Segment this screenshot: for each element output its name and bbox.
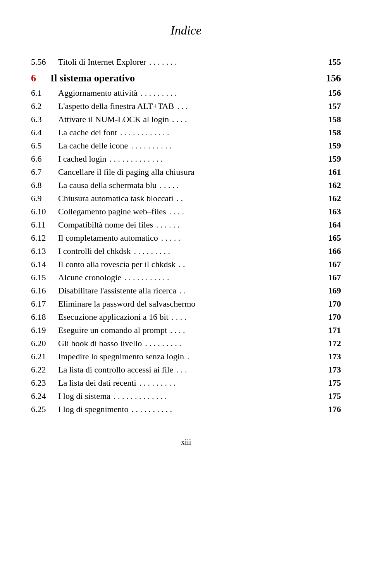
section-number: 6.4 (31, 128, 58, 138)
section-dots: . . . . . . . . . . . . . (112, 391, 326, 401)
section-label: I log di sistema (58, 391, 110, 401)
toc-row-entry-613: 6.13I controlli del chkdsk. . . . . . . … (31, 246, 341, 256)
page-footer: xiii (31, 438, 341, 447)
section-dots: . . . . . . . . . . (129, 141, 326, 151)
section-label: L'aspetto della finestra ALT+TAB (58, 101, 174, 111)
section-label: La lista di controllo accessi ai file (58, 365, 173, 375)
section-label: Chiusura automatica task bloccati (58, 193, 174, 203)
section-dots: . . . (176, 101, 326, 111)
section-label: La causa della schermata blu (58, 180, 157, 190)
chapter-label: Il sistema operativo (50, 72, 322, 84)
section-dots: . . . . . (160, 233, 326, 243)
section-number: 6.22 (31, 365, 58, 375)
section-number: 6.18 (31, 312, 58, 322)
section-dots: . . . . . . . . . (143, 338, 326, 348)
toc-row-entry-614: 6.14Il conto alla rovescia per il chkdsk… (31, 259, 341, 269)
section-label: Aggiornamento attività (58, 88, 138, 98)
section-page: 163 (326, 207, 341, 217)
section-label: Esecuzione applicazioni a 16 bit (58, 312, 169, 322)
section-number: 6.14 (31, 259, 58, 269)
toc-row-entry-612: 6.12Il completamento automatico. . . . .… (31, 233, 341, 243)
toc-row-entry-624: 6.24I log di sistema. . . . . . . . . . … (31, 391, 341, 401)
toc-row-entry-622: 6.22La lista di controllo accessi ai fil… (31, 365, 341, 375)
section-label: Il conto alla rovescia per il chkdsk (58, 259, 176, 269)
section-dots: . . . . (170, 114, 326, 124)
section-number: 6.1 (31, 88, 58, 98)
section-number: 6.24 (31, 391, 58, 401)
toc-row-entry-66: 6.6I cached login. . . . . . . . . . . .… (31, 154, 341, 164)
toc-row-entry-556: 5.56Titoli di Internet Explorer. . . . .… (31, 57, 341, 67)
section-number: 6.21 (31, 352, 58, 362)
toc-row-entry-621: 6.21Impedire lo spegnimento senza login.… (31, 352, 341, 362)
chapter-page: 156 (322, 72, 341, 84)
section-page: 159 (326, 141, 341, 151)
toc-row-entry-619: 6.19Eseguire un comando al prompt. . . .… (31, 325, 341, 335)
toc-row-entry-617: 6.17Eliminare la password del salvascher… (31, 299, 341, 309)
toc-row-entry-625: 6.25I log di spegnimento. . . . . . . . … (31, 404, 341, 414)
section-label: La lista dei dati recenti (58, 378, 136, 388)
section-label: Gli hook di basso livello (58, 338, 142, 348)
toc-row-entry-615: 6.15Alcune cronologie. . . . . . . . . .… (31, 272, 341, 283)
section-label: Cancellare il file di paging alla chiusu… (58, 167, 195, 177)
section-page: 169 (326, 286, 341, 296)
section-dots: . . . . . . . . . (133, 246, 326, 256)
section-number: 6.5 (31, 141, 58, 151)
toc-row-entry-68: 6.8La causa della schermata blu. . . . .… (31, 180, 341, 190)
section-page: 175 (326, 378, 341, 388)
section-number: 6.12 (31, 233, 58, 243)
section-dots: . . . (175, 365, 326, 375)
section-number: 6.11 (31, 220, 58, 230)
section-label: La cache delle icone (58, 141, 128, 151)
toc-row-entry-611: 6.11Compatibiltà nome dei files. . . . .… (31, 220, 341, 230)
section-page: 172 (326, 338, 341, 348)
section-number: 6.23 (31, 378, 58, 388)
section-number: 6.8 (31, 180, 58, 190)
section-number: 5.56 (31, 57, 58, 67)
section-label: Titoli di Internet Explorer (58, 57, 146, 67)
section-page: 165 (326, 233, 341, 243)
section-page: 161 (326, 167, 341, 177)
section-page: 171 (326, 325, 341, 335)
toc-row-entry-63: 6.3Attivare il NUM-LOCK al login. . . .1… (31, 114, 341, 124)
section-number: 6.9 (31, 193, 58, 203)
section-page: 173 (326, 352, 341, 362)
section-label: La cache dei font (58, 128, 117, 138)
toc-row-entry-67: 6.7Cancellare il file di paging alla chi… (31, 167, 341, 177)
section-label: Compatibiltà nome dei files (58, 220, 153, 230)
section-label: Impedire lo spegnimento senza login (58, 352, 184, 362)
section-number: 6.3 (31, 114, 58, 124)
section-label: Il completamento automatico (58, 233, 158, 243)
section-number: 6.20 (31, 338, 58, 348)
section-number: 6.6 (31, 154, 58, 164)
section-label: Collegamento pagine web–files (58, 207, 166, 217)
section-dots: . . . . (169, 325, 326, 335)
section-page: 175 (326, 391, 341, 401)
section-dots: . . . . (170, 312, 326, 322)
section-number: 6.10 (31, 207, 58, 217)
section-number: 6.15 (31, 272, 58, 283)
section-dots: . . . . . . . . . . (130, 404, 326, 414)
section-page: 170 (326, 312, 341, 322)
toc-row-entry-623: 6.23La lista dei dati recenti. . . . . .… (31, 378, 341, 388)
section-page: 170 (326, 299, 341, 309)
toc-row-entry-ch6: 6Il sistema operativo156 (31, 72, 341, 84)
section-number: 6.17 (31, 299, 58, 309)
page-title: Indice (31, 23, 341, 38)
section-label: I controlli del chkdsk (58, 246, 131, 256)
section-page: 157 (326, 101, 341, 111)
section-number: 6.7 (31, 167, 58, 177)
section-page: 167 (326, 272, 341, 283)
section-page: 162 (326, 180, 341, 190)
section-page: 176 (326, 404, 341, 414)
section-page: 166 (326, 246, 341, 256)
section-dots: . . . . . . . . . . . (123, 272, 326, 283)
section-dots: . . . . (168, 207, 326, 217)
section-dots: . . . . . . . . . . . . . (108, 154, 326, 164)
toc-row-entry-620: 6.20Gli hook di basso livello. . . . . .… (31, 338, 341, 348)
toc-row-entry-610: 6.10Collegamento pagine web–files. . . .… (31, 207, 341, 217)
section-label: Attivare il NUM-LOCK al login (58, 114, 169, 124)
section-dots: . . (177, 259, 326, 269)
toc-row-entry-69: 6.9Chiusura automatica task bloccati. .1… (31, 193, 341, 203)
section-page: 159 (326, 154, 341, 164)
toc-row-entry-618: 6.18Esecuzione applicazioni a 16 bit. . … (31, 312, 341, 322)
